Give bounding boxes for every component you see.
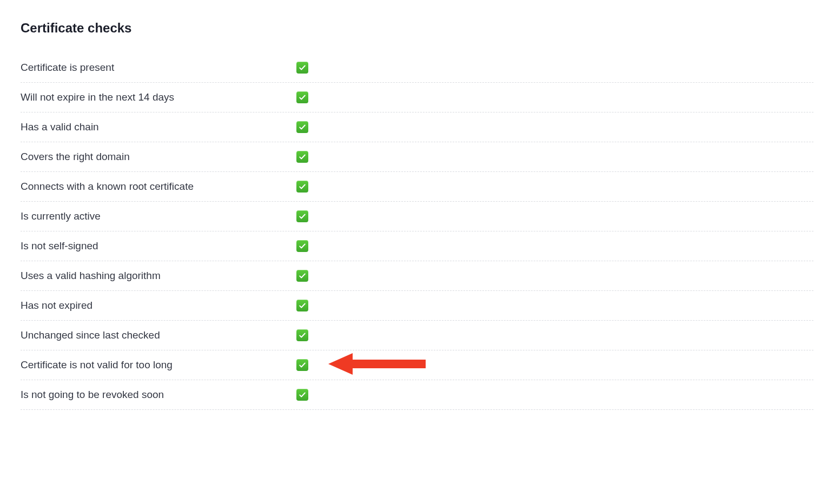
check-row: Uses a valid hashing algorithm — [21, 261, 813, 291]
check-label: Is not going to be revoked soon — [21, 389, 296, 401]
check-status — [296, 210, 308, 222]
check-row: Will not expire in the next 14 days — [21, 83, 813, 112]
check-label: Has not expired — [21, 300, 296, 311]
section-title: Certificate checks — [21, 21, 813, 36]
checkmark-icon — [296, 270, 308, 282]
check-status — [296, 359, 308, 371]
check-status — [296, 270, 308, 282]
check-status — [296, 62, 308, 74]
check-status — [296, 240, 308, 252]
check-status — [296, 389, 308, 401]
arrow-left-icon — [326, 349, 428, 381]
check-row: Covers the right domain — [21, 142, 813, 172]
check-row: Is currently active — [21, 202, 813, 231]
check-status — [296, 329, 308, 341]
check-row: Certificate is present — [21, 53, 813, 83]
checkmark-icon — [296, 389, 308, 401]
check-status — [296, 121, 308, 133]
check-label: Covers the right domain — [21, 151, 296, 163]
check-label: Unchanged since last checked — [21, 329, 296, 341]
checkmark-icon — [296, 91, 308, 103]
checkmark-icon — [296, 329, 308, 341]
check-status — [296, 91, 308, 103]
check-row: Connects with a known root certificate — [21, 172, 813, 202]
check-label: Is currently active — [21, 210, 296, 222]
check-label: Uses a valid hashing algorithm — [21, 270, 296, 282]
check-row: Is not going to be revoked soon — [21, 380, 813, 410]
checkmark-icon — [296, 181, 308, 193]
checkmark-icon — [296, 121, 308, 133]
checkmark-icon — [296, 62, 308, 74]
check-label: Is not self-signed — [21, 240, 296, 252]
checkmark-icon — [296, 210, 308, 222]
check-row: Has not expired — [21, 291, 813, 321]
check-row: Has a valid chain — [21, 112, 813, 142]
check-label: Will not expire in the next 14 days — [21, 91, 296, 103]
check-row: Unchanged since last checked — [21, 321, 813, 350]
checkmark-icon — [296, 151, 308, 163]
check-label: Certificate is not valid for too long — [21, 359, 296, 371]
check-status — [296, 151, 308, 163]
check-status — [296, 181, 308, 193]
check-label: Connects with a known root certificate — [21, 181, 296, 193]
certificate-check-list: Certificate is presentWill not expire in… — [21, 53, 813, 410]
checkmark-icon — [296, 300, 308, 311]
check-label: Certificate is present — [21, 62, 296, 74]
checkmark-icon — [296, 240, 308, 252]
check-row: Certificate is not valid for too long — [21, 350, 813, 380]
checkmark-icon — [296, 359, 308, 371]
check-row: Is not self-signed — [21, 231, 813, 261]
check-label: Has a valid chain — [21, 121, 296, 133]
check-status — [296, 300, 308, 311]
